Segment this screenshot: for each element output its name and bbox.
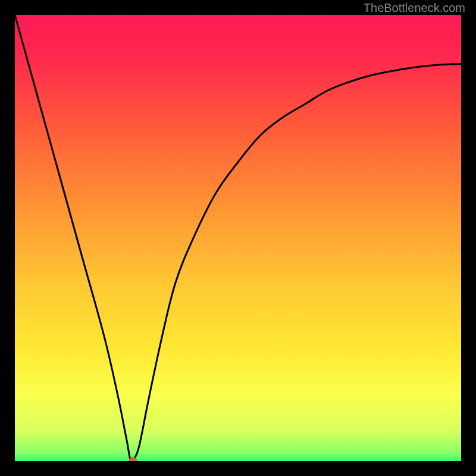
watermark-label: TheBottleneck.com xyxy=(364,1,465,15)
gradient-background xyxy=(15,15,461,461)
chart-svg xyxy=(15,15,461,461)
chart-container: TheBottleneck.com xyxy=(0,0,476,476)
chart-plot-area xyxy=(15,15,461,461)
